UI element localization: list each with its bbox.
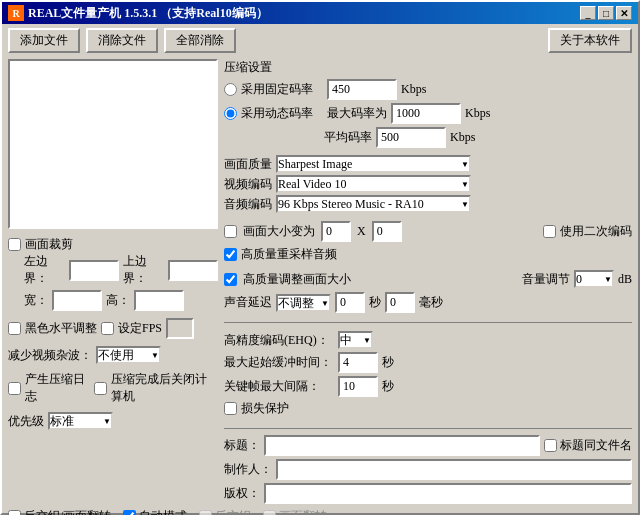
left-border-label: 左边界： — [24, 253, 65, 287]
startup-buffer-row: 最大起始缓冲时间： 秒 — [224, 352, 632, 373]
second-encode-wrapper: 使用二次编码 — [543, 223, 632, 240]
metadata-section: 标题： 标题同文件名 制作人： 版权： — [224, 435, 632, 504]
video-codec-select[interactable]: Real Video 10 Real Video 9 Real Video 8 — [276, 175, 471, 193]
delay-label: 声音延迟 — [224, 294, 272, 311]
maximize-button[interactable]: □ — [598, 6, 614, 20]
flip-label: 画面翻转 — [279, 508, 327, 515]
delay-ms-input[interactable] — [385, 292, 415, 313]
width-input[interactable] — [52, 290, 102, 311]
fixed-rate-label: 采用固定码率 — [241, 81, 313, 98]
same-filename-checkbox[interactable] — [544, 439, 557, 452]
avg-rate-label: 平均码率 — [324, 129, 372, 146]
keyframe-input[interactable] — [338, 376, 378, 397]
dynamic-rate-radio[interactable] — [224, 107, 237, 120]
fixed-rate-input[interactable] — [327, 79, 397, 100]
keyframe-label: 关键帧最大间隔： — [224, 378, 334, 395]
second-encode-label: 使用二次编码 — [560, 223, 632, 240]
height-label: 高： — [106, 292, 130, 309]
width-label: 宽： — [24, 292, 48, 309]
meta-title-row: 标题： 标题同文件名 — [224, 435, 632, 456]
crop-section: 画面裁剪 左边界： 0 上边界： 0 宽： 高： — [8, 236, 218, 314]
image-quality-row: 画面质量 Sharpest Image Normal Motion Smooth… — [224, 155, 632, 173]
height-input[interactable] — [134, 290, 184, 311]
reverse-checkbox[interactable] — [8, 510, 21, 515]
app-icon: R — [8, 5, 24, 21]
audio-codec-label: 音频编码 — [224, 196, 272, 213]
left-panel: 画面裁剪 左边界： 0 上边界： 0 宽： 高： — [8, 59, 218, 504]
delay-sec-unit: 秒 — [369, 294, 381, 311]
dynamic-rate-row: 采用动态码率 最大码率为 Kbps — [224, 103, 632, 124]
priority-select[interactable]: 标准 低 高 — [48, 412, 113, 430]
add-file-button[interactable]: 添加文件 — [8, 28, 80, 53]
shutdown-checkbox[interactable] — [94, 382, 107, 395]
avg-rate-input[interactable] — [376, 127, 446, 148]
image-quality-select[interactable]: Sharpest Image Normal Motion Smoothest M… — [276, 155, 471, 173]
meta-copyright-input[interactable] — [264, 483, 632, 504]
auto-mode-label: 自动模式 — [139, 508, 187, 515]
deinterlace-label: 反交织 — [215, 508, 251, 515]
resize-y-input[interactable] — [372, 221, 402, 242]
resize-checkbox[interactable] — [224, 225, 237, 238]
same-as-filename-wrapper: 标题同文件名 — [544, 437, 632, 454]
delay-sec-input[interactable] — [335, 292, 365, 313]
gen-log-checkbox[interactable] — [8, 382, 21, 395]
divider2 — [224, 428, 632, 429]
resize-label: 画面大小变为 — [243, 223, 315, 240]
same-filename-label: 标题同文件名 — [560, 437, 632, 454]
fixed-rate-radio[interactable] — [224, 83, 237, 96]
deinterlace-checkbox[interactable] — [199, 510, 212, 515]
deinterlace-item: 反交织 — [199, 508, 251, 515]
crop-row: 画面裁剪 — [8, 236, 218, 253]
video-codec-label: 视频编码 — [224, 176, 272, 193]
log-shutdown-row: 产生压缩日志 压缩完成后关闭计算机 — [8, 371, 218, 405]
crop-checkbox[interactable] — [8, 238, 21, 251]
file-list[interactable] — [8, 59, 218, 229]
hq-image-checkbox[interactable] — [224, 273, 237, 286]
about-button[interactable]: 关于本软件 — [548, 28, 632, 53]
auto-mode-checkbox[interactable] — [123, 510, 136, 515]
volume-select[interactable]: 0 1 -1 — [574, 270, 614, 288]
reverse-flip-item: 反交织/画面翻转 — [8, 508, 111, 515]
crop-fields: 左边界： 0 上边界： 0 宽： 高： — [8, 253, 218, 311]
title-bar-left: R REAL文件量产机 1.5.3.1 （支持Real10编码） — [8, 5, 268, 22]
loss-protect-checkbox[interactable] — [224, 402, 237, 415]
hq-image-row: 高质量调整画面大小 音量调节 0 1 -1 dB — [224, 270, 632, 288]
resize-x-input[interactable] — [321, 221, 351, 242]
main-window: R REAL文件量产机 1.5.3.1 （支持Real10编码） _ □ ✕ 添… — [0, 0, 640, 515]
meta-author-row: 制作人： — [224, 459, 632, 480]
noise-select[interactable]: 不使用 低 中 高 — [96, 346, 161, 364]
audio-codec-select[interactable]: 96 Kbps Stereo Music - RA10 64 Kbps Ster… — [276, 195, 471, 213]
top-border-input[interactable]: 0 — [168, 260, 218, 281]
ehq-select[interactable]: 低 中 高 — [338, 331, 373, 349]
meta-copyright-row: 版权： — [224, 483, 632, 504]
set-fps-checkbox[interactable] — [101, 322, 114, 335]
left-border-input[interactable]: 0 — [69, 260, 119, 281]
meta-title-input[interactable] — [264, 435, 540, 456]
minimize-button[interactable]: _ — [580, 6, 596, 20]
remove-file-button[interactable]: 消除文件 — [86, 28, 158, 53]
title-buttons: _ □ ✕ — [580, 6, 632, 20]
right-panel: 压缩设置 采用固定码率 Kbps 采用动态码率 最大码率为 Kbps — [224, 59, 632, 504]
hq-audio-checkbox[interactable] — [224, 248, 237, 261]
max-rate-label: 最大码率为 — [327, 105, 387, 122]
black-level-checkbox[interactable] — [8, 322, 21, 335]
close-button[interactable]: ✕ — [616, 6, 632, 20]
meta-author-input[interactable] — [276, 459, 632, 480]
crop-label: 画面裁剪 — [25, 236, 73, 253]
audio-codec-wrapper: 96 Kbps Stereo Music - RA10 64 Kbps Ster… — [276, 195, 471, 213]
video-codec-wrapper: Real Video 10 Real Video 9 Real Video 8 — [276, 175, 471, 193]
hq-image-label: 高质量调整画面大小 — [243, 271, 351, 288]
startup-buffer-input[interactable] — [338, 352, 378, 373]
flip-section: 反交织/画面翻转 自动模式 反交织 画面翻转 — [2, 506, 638, 515]
remove-all-button[interactable]: 全部消除 — [164, 28, 236, 53]
crop-row1: 左边界： 0 上边界： 0 — [24, 253, 218, 287]
audio-codec-row: 音频编码 96 Kbps Stereo Music - RA10 64 Kbps… — [224, 195, 632, 213]
delay-select[interactable]: 不调整 延迟 提前 — [276, 294, 331, 312]
crop-row2: 宽： 高： — [24, 290, 218, 311]
max-rate-input[interactable] — [391, 103, 461, 124]
second-encode-checkbox[interactable] — [543, 225, 556, 238]
delay-row: 声音延迟 不调整 延迟 提前 秒 毫秒 — [224, 292, 632, 313]
black-fps-row: 黑色水平调整 设定FPS 30 — [8, 318, 218, 339]
flip-checkbox[interactable] — [263, 510, 276, 515]
ehq-label: 高精度编码(EHQ)： — [224, 332, 334, 349]
